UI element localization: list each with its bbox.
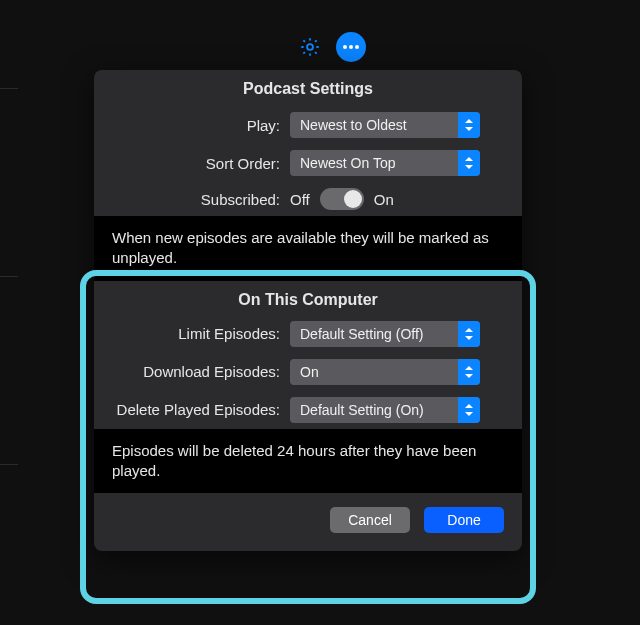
panel-title: Podcast Settings: [94, 70, 522, 106]
play-label: Play:: [110, 117, 280, 134]
sort-order-label: Sort Order:: [110, 155, 280, 172]
sort-order-select-value: Newest On Top: [300, 155, 395, 171]
svg-point-2: [349, 45, 353, 49]
download-episodes-select[interactable]: On: [290, 359, 480, 385]
section-title-computer: On This Computer: [94, 281, 522, 315]
stepper-icon: [458, 150, 480, 176]
play-select-value: Newest to Oldest: [300, 117, 407, 133]
stepper-icon: [458, 397, 480, 423]
stepper-icon: [458, 359, 480, 385]
delete-played-label: Delete Played Episodes:: [110, 401, 280, 418]
toggle-knob: [344, 190, 362, 208]
info-text-1: When new episodes are available they wil…: [94, 216, 522, 281]
delete-played-select[interactable]: Default Setting (On): [290, 397, 480, 423]
settings-gear-icon[interactable]: [296, 33, 324, 61]
limit-episodes-select[interactable]: Default Setting (Off): [290, 321, 480, 347]
toggle-off-label: Off: [290, 191, 310, 208]
svg-point-1: [343, 45, 347, 49]
sort-order-select[interactable]: Newest On Top: [290, 150, 480, 176]
toggle-on-label: On: [374, 191, 394, 208]
svg-point-0: [307, 44, 313, 50]
podcast-settings-panel: Podcast Settings Play: Newest to Oldest …: [94, 70, 522, 551]
play-select[interactable]: Newest to Oldest: [290, 112, 480, 138]
limit-episodes-label: Limit Episodes:: [110, 325, 280, 342]
stepper-icon: [458, 321, 480, 347]
subscribed-label: Subscribed:: [110, 191, 280, 208]
svg-point-3: [355, 45, 359, 49]
done-button[interactable]: Done: [424, 507, 504, 533]
download-episodes-label: Download Episodes:: [110, 363, 280, 380]
download-episodes-select-value: On: [300, 364, 319, 380]
limit-episodes-select-value: Default Setting (Off): [300, 326, 423, 342]
delete-played-select-value: Default Setting (On): [300, 402, 424, 418]
more-options-button[interactable]: [336, 32, 366, 62]
cancel-button[interactable]: Cancel: [330, 507, 410, 533]
stepper-icon: [458, 112, 480, 138]
info-text-2: Episodes will be deleted 24 hours after …: [94, 429, 522, 494]
subscribed-toggle[interactable]: [320, 188, 364, 210]
